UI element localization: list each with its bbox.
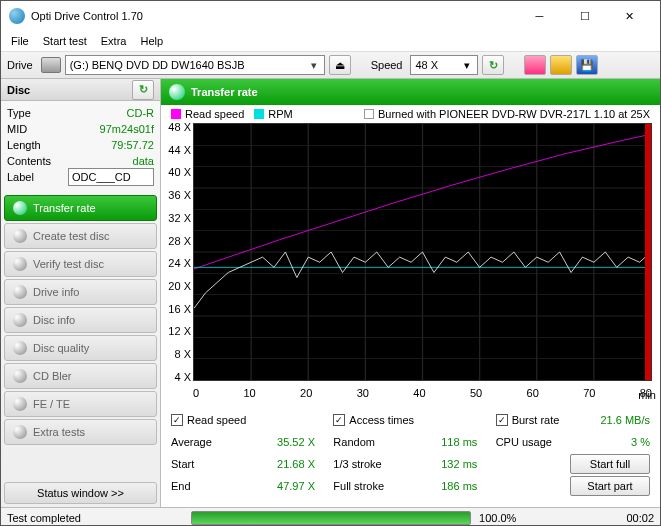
x-tick: 10 [243, 387, 255, 399]
legend-read: Read speed [185, 108, 244, 120]
start-part-button[interactable]: Start part [570, 476, 650, 496]
panel-icon [169, 84, 185, 100]
end-value: 47.97 X [251, 480, 315, 492]
chevron-down-icon: ▾ [306, 59, 322, 72]
erase-button[interactable] [524, 55, 546, 75]
drive-value: (G:) BENQ DVD DD DW1640 BSJB [70, 59, 245, 71]
disc-contents-value: data [133, 155, 154, 167]
disc-header: Disc [7, 84, 30, 96]
speed-label: Speed [371, 59, 403, 71]
nav-bullet-icon [13, 201, 27, 215]
drive-icon [41, 57, 61, 73]
y-tick: 12 X [165, 325, 191, 337]
nav-item-label: Transfer rate [33, 202, 96, 214]
disc-type-label: Type [7, 107, 31, 119]
nav-bullet-icon [13, 257, 27, 271]
legend-burned: Burned with PIONEER DVD-RW DVR-217L 1.10… [378, 108, 650, 120]
average-value: 35.52 X [251, 436, 315, 448]
nav-disc-info[interactable]: Disc info [4, 307, 157, 333]
nav-item-label: Extra tests [33, 426, 85, 438]
menu-help[interactable]: Help [140, 35, 163, 47]
x-tick: 50 [470, 387, 482, 399]
close-button[interactable]: ✕ [607, 2, 652, 30]
average-label: Average [171, 436, 251, 448]
x-tick: 40 [413, 387, 425, 399]
random-value: 118 ms [413, 436, 477, 448]
read-speed-checkbox[interactable]: ✓ [171, 414, 183, 426]
start-label: Start [171, 458, 251, 470]
disc-label-label: Label [7, 171, 34, 183]
third-stroke-value: 132 ms [413, 458, 477, 470]
window-title: Opti Drive Control 1.70 [31, 10, 517, 22]
transfer-rate-chart [193, 123, 652, 381]
y-tick: 40 X [165, 166, 191, 178]
legend-burned-swatch [364, 109, 374, 119]
drive-select[interactable]: (G:) BENQ DVD DD DW1640 BSJB ▾ [65, 55, 325, 75]
nav-extra-tests[interactable]: Extra tests [4, 419, 157, 445]
legend-rpm: RPM [268, 108, 292, 120]
nav-verify-test-disc[interactable]: Verify test disc [4, 251, 157, 277]
x-unit: min [638, 389, 656, 401]
options-button[interactable] [550, 55, 572, 75]
x-tick: 60 [527, 387, 539, 399]
full-stroke-value: 186 ms [413, 480, 477, 492]
nav-bullet-icon [13, 313, 27, 327]
nav-bullet-icon [13, 285, 27, 299]
speed-select[interactable]: 48 X ▾ [410, 55, 478, 75]
access-times-chk-label: Access times [349, 414, 414, 426]
eject-button[interactable]: ⏏ [329, 55, 351, 75]
disc-contents-label: Contents [7, 155, 51, 167]
disc-length-label: Length [7, 139, 41, 151]
nav-item-label: FE / TE [33, 398, 70, 410]
full-stroke-label: Full stroke [333, 480, 413, 492]
nav-item-label: Disc info [33, 314, 75, 326]
start-full-button[interactable]: Start full [570, 454, 650, 474]
menu-extra[interactable]: Extra [101, 35, 127, 47]
refresh-disc-button[interactable]: ↻ [132, 80, 154, 100]
disc-length-value: 79:57.72 [111, 139, 154, 151]
y-tick: 32 X [165, 212, 191, 224]
random-label: Random [333, 436, 413, 448]
disc-label-input[interactable] [68, 168, 154, 186]
cpu-label: CPU usage [496, 436, 576, 448]
menu-file[interactable]: File [11, 35, 29, 47]
y-tick: 24 X [165, 257, 191, 269]
third-stroke-label: 1/3 stroke [333, 458, 413, 470]
x-tick: 0 [193, 387, 199, 399]
y-tick: 4 X [165, 371, 191, 383]
nav-transfer-rate[interactable]: Transfer rate [4, 195, 157, 221]
menu-start-test[interactable]: Start test [43, 35, 87, 47]
y-tick: 16 X [165, 303, 191, 315]
chart-end-marker [645, 124, 651, 380]
save-button[interactable]: 💾 [576, 55, 598, 75]
minimize-button[interactable]: ─ [517, 2, 562, 30]
disc-mid-label: MID [7, 123, 27, 135]
nav-bullet-icon [13, 397, 27, 411]
legend-read-swatch [171, 109, 181, 119]
y-tick: 20 X [165, 280, 191, 292]
cpu-value: 3 % [586, 436, 650, 448]
nav-cd-bler[interactable]: CD Bler [4, 363, 157, 389]
nav-item-label: Verify test disc [33, 258, 104, 270]
y-tick: 36 X [165, 189, 191, 201]
progress-bar [191, 511, 471, 525]
maximize-button[interactable]: ☐ [562, 2, 607, 30]
nav-fe-te[interactable]: FE / TE [4, 391, 157, 417]
refresh-speed-button[interactable]: ↻ [482, 55, 504, 75]
y-tick: 44 X [165, 144, 191, 156]
nav-drive-info[interactable]: Drive info [4, 279, 157, 305]
nav-item-label: Drive info [33, 286, 79, 298]
nav-bullet-icon [13, 341, 27, 355]
speed-value: 48 X [415, 59, 438, 71]
nav-create-test-disc[interactable]: Create test disc [4, 223, 157, 249]
nav-disc-quality[interactable]: Disc quality [4, 335, 157, 361]
elapsed-time: 00:02 [626, 512, 654, 524]
disc-mid-value: 97m24s01f [100, 123, 154, 135]
end-label: End [171, 480, 251, 492]
burst-rate-checkbox[interactable]: ✓ [496, 414, 508, 426]
app-icon [9, 8, 25, 24]
burst-rate-chk-label: Burst rate [512, 414, 560, 426]
y-tick: 8 X [165, 348, 191, 360]
access-times-checkbox[interactable]: ✓ [333, 414, 345, 426]
status-window-button[interactable]: Status window >> [4, 482, 157, 504]
